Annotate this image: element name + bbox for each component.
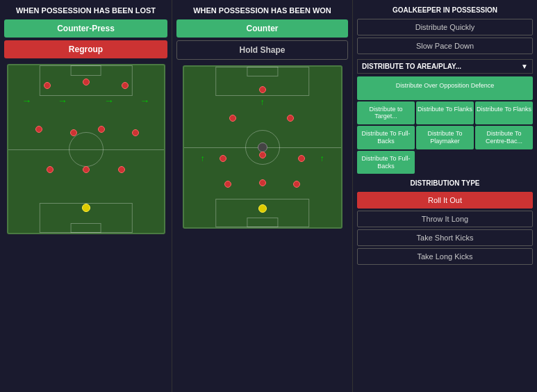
right-panel: GOALKEEPER IN POSSESSION Distribute Quic…: [353, 0, 537, 392]
top-small-goal: [70, 65, 101, 75]
mid-player-6: [298, 155, 305, 162]
player-4: [35, 126, 42, 133]
mid-player-8: [259, 179, 266, 186]
dist-cell-fullbacks-2[interactable]: Distribute To Full-Backs: [357, 151, 415, 174]
dist-cell-fullbacks-1[interactable]: Distribute To Full-Backs: [357, 126, 415, 149]
arrow-3: →: [104, 95, 114, 106]
distribute-header[interactable]: DISTRIBUTE TO AREA/PLAY... ▼: [357, 59, 533, 74]
regroup-button[interactable]: Regroup: [4, 40, 167, 58]
dist-cell-flanks-1[interactable]: Distribute To Flanks: [416, 101, 474, 125]
arrow-4: →: [140, 95, 150, 106]
mid-panel: WHEN POSSESSION HAS BEEN WON Counter Hol…: [172, 0, 353, 392]
dist-cell-centrebacks[interactable]: Distribute To Centre-Bac...: [475, 126, 533, 149]
center-circle: [69, 132, 104, 167]
player-8: [47, 166, 53, 173]
player-7: [132, 129, 139, 136]
mid-top-small-goal: [247, 67, 278, 76]
mid-bottom-small-goal: [247, 218, 278, 227]
player-1: [44, 82, 51, 89]
left-panel: WHEN POSSESSION HAS BEEN LOST Counter-Pr…: [0, 0, 172, 392]
mid-pitch: ↑ ↑ ↑: [183, 65, 342, 229]
player-6: [98, 126, 105, 133]
bottom-small-goal: [70, 223, 101, 233]
mid-player-3: [287, 115, 294, 122]
distribute-header-label: DISTRIBUTE TO AREA/PLAY...: [362, 63, 461, 70]
mid-player-9: [293, 181, 300, 188]
mid-arrow-3: ↑: [201, 154, 205, 163]
mid-panel-title: WHEN POSSESSION HAS BEEN WON: [193, 6, 331, 15]
take-short-kicks-button[interactable]: Take Short Kicks: [357, 229, 533, 246]
counter-press-button[interactable]: Counter-Press: [4, 19, 167, 38]
hold-shape-button[interactable]: Hold Shape: [176, 40, 348, 60]
dist-cell-flanks-2[interactable]: Distribute To Flanks: [475, 101, 533, 125]
take-long-kicks-button[interactable]: Take Long Kicks: [357, 248, 533, 265]
mid-goalkeeper: [258, 204, 267, 213]
dist-cell-playmaker[interactable]: Distribute To Playmaker: [416, 126, 474, 149]
distribution-type-title: DISTRIBUTION TYPE: [357, 177, 533, 190]
mid-player-1: [259, 86, 266, 93]
dist-cell-target[interactable]: Distribute to Target...: [357, 101, 415, 125]
player-9: [83, 166, 90, 173]
slow-pace-down-button[interactable]: Slow Pace Down: [357, 38, 533, 54]
player-3: [122, 82, 129, 89]
chevron-down-icon: ▼: [521, 63, 528, 70]
distribution-grid: Distribute Over Opposition Defence Distr…: [357, 76, 533, 174]
mid-arrow-2: ↑: [320, 154, 324, 163]
roll-it-out-button[interactable]: Roll It Out: [357, 192, 533, 209]
arrow-1: →: [22, 95, 31, 106]
mid-arrow-1: ↑: [261, 97, 265, 107]
mid-player-5: [259, 152, 266, 158]
dist-cell-full[interactable]: Distribute Over Opposition Defence: [357, 76, 533, 100]
mid-player-7: [224, 181, 231, 188]
mid-center-dot: [258, 142, 267, 152]
goalkeeper-1: [82, 204, 90, 212]
mid-player-4: [220, 155, 226, 162]
counter-button[interactable]: Counter: [176, 19, 348, 38]
left-panel-title: WHEN POSSESSION HAS BEEN LOST: [16, 6, 156, 15]
player-5: [70, 129, 77, 136]
throw-it-long-button[interactable]: Throw It Long: [357, 211, 533, 227]
player-10: [118, 166, 125, 173]
left-pitch: → → → →: [7, 64, 165, 234]
arrow-2: →: [58, 95, 67, 106]
mid-player-2: [229, 115, 236, 122]
distribute-quickly-button[interactable]: Distribute Quickly: [357, 19, 533, 35]
player-2: [83, 79, 90, 85]
gk-title: GOALKEEPER IN POSSESSION: [393, 6, 497, 15]
